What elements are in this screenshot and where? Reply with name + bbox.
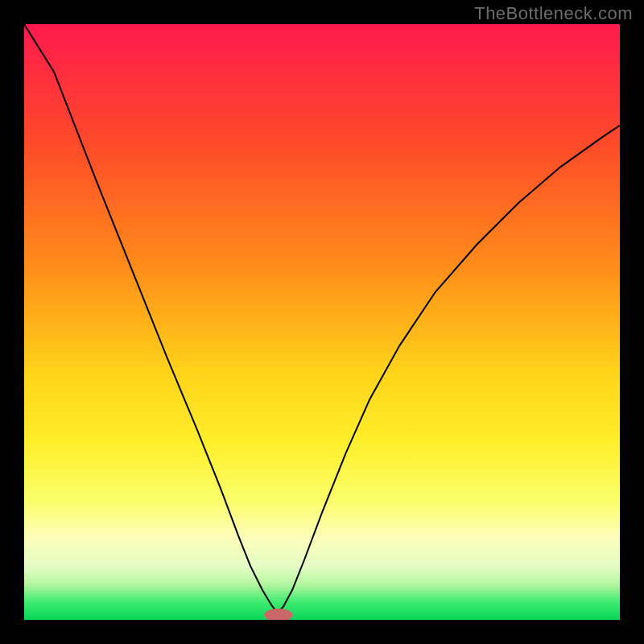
bottleneck-chart xyxy=(24,24,620,620)
plot-background xyxy=(24,24,620,620)
attribution-text: TheBottleneck.com xyxy=(474,3,633,24)
chart-frame: TheBottleneck.com xyxy=(0,0,644,644)
